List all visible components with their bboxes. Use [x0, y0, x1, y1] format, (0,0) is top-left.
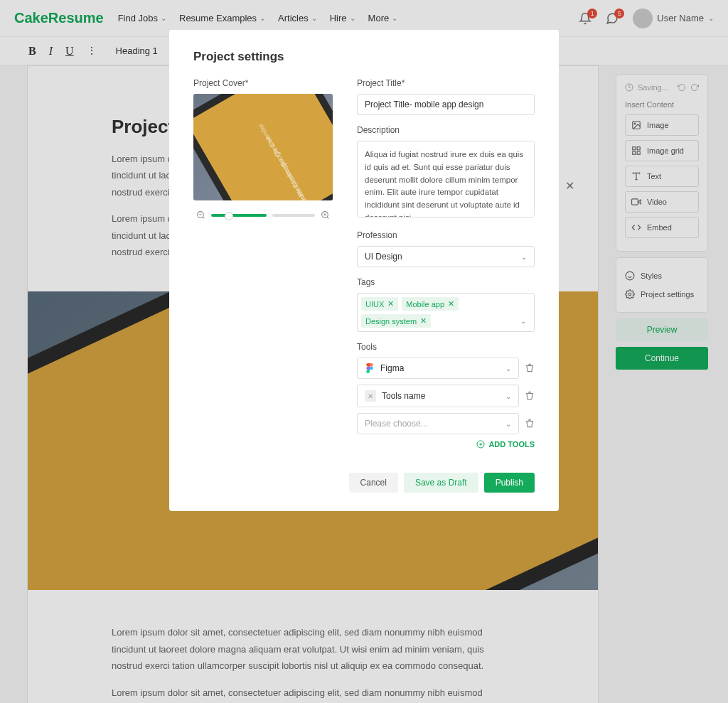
chevron-down-icon: ⌄	[521, 253, 527, 261]
add-tools-button[interactable]: ADD TOOLS	[357, 440, 535, 449]
delete-icon[interactable]	[525, 419, 535, 429]
chevron-down-icon: ⌄	[505, 392, 511, 400]
figma-icon	[365, 363, 375, 373]
profession-select[interactable]: UI Design⌄	[357, 246, 535, 267]
svg-point-22	[370, 367, 373, 370]
tool-select[interactable]: Figma⌄	[357, 358, 519, 379]
tags-label: Tags	[357, 277, 535, 287]
title-label: Project Title*	[357, 78, 535, 88]
save-draft-button[interactable]: Save as Draft	[404, 473, 478, 493]
description-textarea[interactable]	[357, 141, 535, 218]
delete-icon[interactable]	[525, 363, 535, 373]
chevron-down-icon: ⌄	[505, 365, 511, 372]
zoom-out-icon[interactable]	[196, 210, 205, 220]
tool-icon: ✕	[365, 390, 376, 402]
tag-chip: Design system✕	[361, 314, 431, 328]
zoom-slider[interactable]	[211, 214, 267, 217]
publish-button[interactable]: Publish	[484, 473, 535, 493]
close-icon[interactable]: ✕	[565, 179, 574, 193]
chevron-down-icon[interactable]: ⌄	[520, 317, 526, 325]
cover-label: Project Cover*	[193, 78, 333, 88]
chevron-down-icon: ⌄	[505, 420, 511, 428]
project-settings-modal: ✕ Project settings Project Cover* Calend…	[169, 30, 559, 511]
project-title-input[interactable]	[357, 94, 535, 115]
modal-title: Project settings	[193, 50, 535, 64]
tool-select[interactable]: ✕ Tools name⌄	[357, 385, 519, 407]
zoom-in-icon[interactable]	[321, 210, 330, 220]
description-label: Description	[357, 125, 535, 135]
tool-select[interactable]: Please choose...⌄	[357, 413, 519, 434]
tag-chip: UIUX✕	[361, 297, 398, 311]
svg-line-19	[327, 217, 328, 218]
plus-circle-icon	[476, 440, 485, 449]
tag-remove-icon[interactable]: ✕	[448, 299, 454, 308]
svg-line-16	[203, 217, 204, 218]
tag-remove-icon[interactable]: ✕	[387, 299, 394, 308]
tag-remove-icon[interactable]: ✕	[420, 316, 427, 326]
cancel-button[interactable]: Cancel	[349, 473, 398, 493]
modal-overlay[interactable]: ✕ Project settings Project Cover* Calend…	[0, 0, 728, 703]
profession-label: Profession	[357, 230, 535, 240]
project-cover-image[interactable]: CalendarChromeGoogleMapsMessengerPlexPoc…	[193, 94, 333, 200]
tools-label: Tools	[357, 342, 535, 352]
tag-chip: Mobile app✕	[402, 297, 459, 311]
tags-input[interactable]: UIUX✕ Mobile app✕ Design system✕ ⌄	[357, 293, 535, 332]
delete-icon[interactable]	[525, 391, 535, 401]
